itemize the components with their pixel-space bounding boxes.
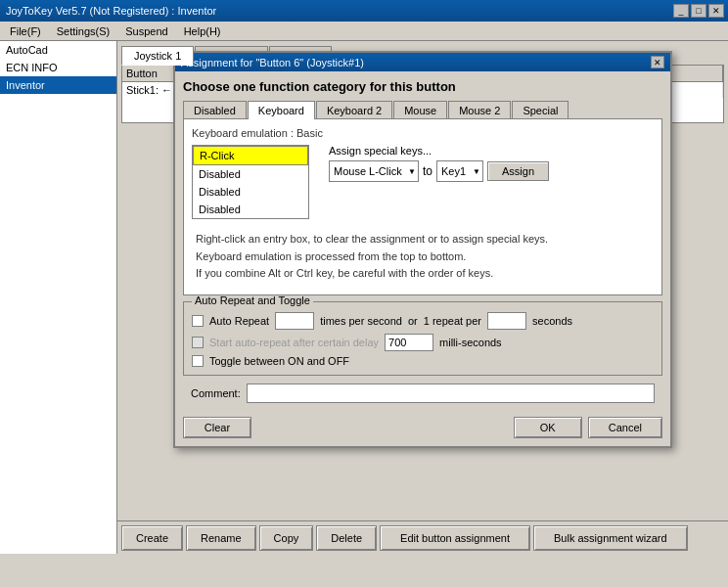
minimize-button[interactable]: _ [673,4,689,18]
comment-label: Comment: [191,387,241,399]
seconds-input[interactable] [487,312,526,330]
times-per-second-label: times per second [320,315,402,327]
rename-button[interactable]: Rename [186,525,256,551]
comment-row: Comment: [183,384,662,403]
left-panel: AutoCad ECN INFO Inventor [0,41,117,554]
auto-repeat-legend: Auto Repeat and Toggle [192,294,313,306]
dialog-heading: Choose one function category for this bu… [183,79,662,94]
info-line-2: Keyboard emulation is processed from the… [196,248,650,266]
menu-settings[interactable]: Settings(S) [51,23,115,39]
maximize-button[interactable]: □ [691,4,706,18]
from-select[interactable]: Mouse L-Click [329,160,419,182]
title-bar-buttons: _ □ ✕ [673,4,724,18]
key-item-3[interactable]: Disabled [193,201,308,218]
main-container: AutoCad ECN INFO Inventor Joystick 1 Joy… [0,41,728,554]
bottom-bar: Create Rename Copy Delete Edit button as… [117,520,728,554]
assign-section: Assign special keys... Mouse L-Click to [329,145,654,182]
dialog: Assignment for "Button 6" (Joystick#1) ✕… [173,51,672,448]
edit-button[interactable]: Edit button assignment [380,525,530,551]
dialog-tab-keyboard2[interactable]: Keyboard 2 [316,101,392,119]
start-delay-checkbox[interactable] [192,337,204,348]
repeat-count-label: 1 repeat per [424,315,481,327]
bulk-wizard-button[interactable]: Bulk assignment wizard [533,525,688,551]
to-select[interactable]: Key1 [436,160,483,182]
dialog-body: Choose one function category for this bu… [175,71,670,411]
tab-joystick1[interactable]: Joystick 1 [121,46,194,66]
dialog-close-button[interactable]: ✕ [651,56,664,68]
dialog-title-bar: Assignment for "Button 6" (Joystick#1) ✕ [175,53,670,71]
dialog-buttons: Clear OK Cancel [175,411,670,446]
dialog-content-area: Keyboard emulation : Basic R-Click Disab… [183,118,662,295]
dialog-tab-special[interactable]: Special [512,101,569,119]
dialog-tab-keyboard[interactable]: Keyboard [248,101,315,119]
cancel-button[interactable]: Cancel [588,417,662,438]
sidebar-item-autocad[interactable]: AutoCad [0,41,116,59]
from-select-wrapper: Mouse L-Click [329,160,419,182]
dialog-overlay: Assignment for "Button 6" (Joystick#1) ✕… [117,41,728,554]
milliseconds-label: milli-seconds [439,337,502,348]
assign-label: Assign special keys... [329,145,654,157]
ok-button[interactable]: OK [514,417,582,438]
close-button[interactable]: ✕ [708,4,724,18]
to-select-wrapper: Key1 [436,160,483,182]
times-per-second-input[interactable] [275,312,314,330]
auto-repeat-row: Auto Repeat times per second or 1 repeat… [192,312,654,330]
info-line-3: If you combine Alt or Ctrl key, be caref… [196,265,650,283]
key-item-0[interactable]: R-Click [193,146,308,165]
sidebar-item-inventor[interactable]: Inventor [0,76,116,94]
menu-suspend[interactable]: Suspend [119,23,173,39]
copy-button[interactable]: Copy [259,525,314,551]
to-label: to [423,164,432,178]
dialog-tab-disabled[interactable]: Disabled [183,101,247,119]
menu-bar: File(F) Settings(S) Suspend Help(H) [0,22,728,41]
toggle-label: Toggle between ON and OFF [209,355,349,367]
comment-input[interactable] [247,384,655,403]
title-text: JoyToKey Ver5.7 (Not Registered) : Inven… [6,5,216,17]
delete-button[interactable]: Delete [316,525,377,551]
auto-repeat-section: Auto Repeat and Toggle Auto Repeat times… [183,301,662,376]
auto-repeat-label: Auto Repeat [209,315,269,327]
info-area: Right-click an entry box, to clear the a… [192,227,654,287]
create-button[interactable]: Create [121,525,183,551]
title-bar: JoyToKey Ver5.7 (Not Registered) : Inven… [0,0,728,22]
milliseconds-input[interactable] [385,334,433,351]
menu-help[interactable]: Help(H) [178,23,227,39]
dialog-title-text: Assignment for "Button 6" (Joystick#1) [181,57,364,68]
dialog-tab-bar: Disabled Keyboard Keyboard 2 Mouse Mouse… [183,100,662,118]
right-panel: Joystick 1 Joystick 2 Options Button Fun… [117,41,728,554]
key-item-1[interactable]: Disabled [193,165,308,183]
seconds-label: seconds [532,315,572,327]
assign-button[interactable]: Assign [487,161,549,181]
start-delay-row: Start auto-repeat after certain delay mi… [192,334,654,351]
menu-file[interactable]: File(F) [4,23,47,39]
ok-cancel-buttons: OK Cancel [514,417,662,438]
auto-repeat-checkbox[interactable] [192,315,204,327]
dialog-tab-mouse2[interactable]: Mouse 2 [448,101,511,119]
key-list: R-Click Disabled Disabled Disabled [192,145,309,219]
key-assign-row: R-Click Disabled Disabled Disabled Assig… [192,145,654,219]
section-label: Keyboard emulation : Basic [192,127,654,139]
info-line-1: Right-click an entry box, to clear the a… [196,231,650,248]
clear-button[interactable]: Clear [183,417,251,438]
toggle-checkbox[interactable] [192,355,204,367]
assign-row: Mouse L-Click to Key1 [329,160,654,182]
toggle-row: Toggle between ON and OFF [192,355,654,367]
sidebar-item-ecninfo[interactable]: ECN INFO [0,59,116,76]
dialog-tab-mouse[interactable]: Mouse [393,101,447,119]
or-label: or [408,315,418,327]
key-item-2[interactable]: Disabled [193,183,308,201]
start-delay-label: Start auto-repeat after certain delay [209,337,379,348]
